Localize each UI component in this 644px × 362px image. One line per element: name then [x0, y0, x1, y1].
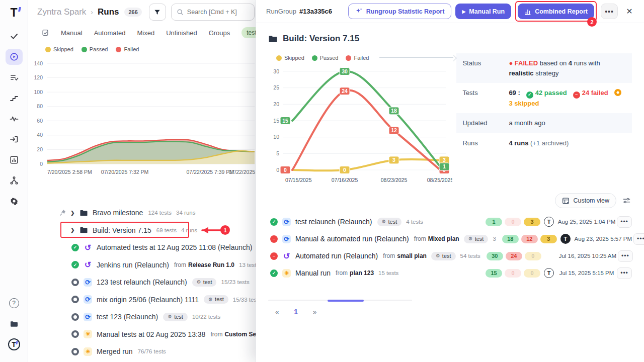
svg-text:08/25/2025: 08/25/2025	[427, 177, 452, 183]
tab-manual[interactable]: Manual	[61, 29, 83, 37]
run-row[interactable]: ✓✳Manual runfromplan 12315 tests1500TJul…	[268, 264, 632, 282]
rungroup-details-table: Status● FAILED based on 4 runs with real…	[456, 53, 632, 191]
sidebar-item-pulse[interactable]	[6, 111, 23, 127]
result-badges: 103	[484, 218, 540, 226]
passed-mini-icon: ✓	[526, 92, 533, 99]
pagination-next-icon[interactable]: »	[313, 308, 316, 316]
pin-slot	[59, 209, 70, 216]
folder-icon	[79, 226, 88, 234]
details-value: 69 :✓42 passed–24 failed3 skipped	[509, 88, 626, 108]
svg-text:20: 20	[37, 146, 43, 152]
svg-text:80: 80	[37, 103, 43, 109]
tab-mixed[interactable]: Mixed	[137, 29, 155, 37]
sidebar-item-suites[interactable]	[6, 69, 23, 85]
count-badge: 0	[505, 269, 521, 278]
legend-label: Failed	[124, 46, 139, 52]
run-title: 123 test relaunch (Relaunch)	[97, 278, 187, 286]
breadcrumb-section[interactable]: Runs	[98, 7, 119, 17]
annotation-step-badge-2: 2	[587, 17, 597, 27]
legend-failed[interactable]: Failed	[116, 46, 139, 52]
legend-passed[interactable]: Passed	[82, 46, 108, 52]
combined-report-button[interactable]: Combined Report	[518, 4, 594, 19]
more-actions-button[interactable]: •••	[601, 4, 618, 19]
legend-dot-icon	[312, 55, 317, 61]
sidebar-item-branches[interactable]	[6, 172, 23, 189]
chevron-right-icon[interactable]: ❯	[70, 210, 79, 216]
count-badge: 30	[487, 252, 503, 260]
analytics-icon	[10, 155, 19, 164]
sidebar-item-steps[interactable]	[6, 90, 23, 106]
details-row: Updateda month ago	[456, 113, 632, 133]
sidebar-item-analytics[interactable]	[6, 152, 23, 168]
sidebar-item-settings[interactable]	[6, 193, 23, 209]
tab-automated[interactable]: Automated	[94, 29, 126, 37]
details-text: strategy	[534, 69, 559, 77]
run-title: test relaunch (Relaunch)	[295, 218, 372, 226]
sidebar-item-tasks[interactable]	[6, 28, 23, 44]
details-text: runs with	[572, 59, 600, 67]
test-tag-pill: ⚙test	[204, 295, 228, 304]
sidebar-item-import[interactable]	[6, 131, 23, 147]
automated-run-icon: ↺	[282, 252, 291, 260]
annotation-highlight-box-2: Combined Report 2	[515, 1, 597, 22]
pagination-track[interactable]	[268, 300, 412, 301]
search-input[interactable]	[187, 9, 249, 16]
row-more-button[interactable]: •••	[617, 267, 632, 279]
failed-status-icon: –	[270, 252, 278, 260]
run-title: Merged run	[97, 347, 133, 355]
sidebar-item-runs[interactable]	[6, 49, 23, 65]
legend-failed[interactable]: Failed	[346, 55, 369, 61]
pagination-page-1[interactable]: 1	[294, 308, 298, 316]
filter-sliders-icon[interactable]	[622, 197, 631, 205]
tab-groups[interactable]: Groups	[209, 29, 230, 37]
svg-text:07/20/2025 7:32 PM: 07/20/2025 7:32 PM	[101, 169, 149, 175]
run-row[interactable]: –↺Automated run (Relaunch)fromsmall plan…	[268, 247, 632, 264]
legend-skipped[interactable]: Skipped	[276, 55, 304, 61]
search-box[interactable]	[171, 4, 255, 21]
steps-icon	[10, 94, 19, 103]
breadcrumb-project[interactable]: Zyntra Spark	[37, 7, 86, 17]
neutral-status-icon	[71, 279, 79, 286]
details-row: Tests69 :✓42 passed–24 failed3 skipped	[456, 83, 632, 113]
custom-view-button[interactable]: Custom view	[555, 193, 616, 208]
details-row: Status● FAILED based on 4 runs with real…	[456, 53, 632, 83]
neutral-status-icon	[71, 330, 79, 338]
run-meta: 4 runs	[181, 227, 197, 233]
pagination-thumb[interactable]	[328, 300, 364, 302]
details-text: 4	[569, 59, 572, 67]
legend-skipped[interactable]: Skipped	[45, 46, 73, 52]
chevron-right-icon[interactable]: ❯	[70, 227, 79, 233]
legend-label: Passed	[320, 55, 339, 61]
rungroup-statistic-report-button[interactable]: Rungroup Statistic Report	[348, 4, 452, 19]
sidebar-item-profile[interactable]: T	[6, 336, 23, 352]
svg-text:08/23/2025: 08/23/2025	[381, 177, 408, 183]
run-row[interactable]: ✓⟳test relaunch (Relaunch)⚙test4 tests10…	[268, 213, 632, 230]
row-more-button[interactable]: •••	[618, 250, 633, 262]
run-meta: 15 tests	[378, 270, 398, 276]
result-badges: 30240	[485, 252, 541, 260]
svg-text:3: 3	[443, 157, 446, 163]
avatar-slot: T	[540, 217, 557, 227]
row-more-button[interactable]: •••	[617, 216, 632, 228]
sidebar-item-help[interactable]: ?	[6, 295, 23, 311]
sidebar-nav	[6, 28, 23, 214]
run-meta: 124 tests	[148, 210, 172, 216]
manual-run-icon: ✳	[84, 330, 92, 338]
gear-icon: ⚙	[208, 297, 213, 302]
count-badge: 0	[505, 218, 521, 226]
failed-mini-icon: –	[573, 92, 580, 99]
legend-passed[interactable]: Passed	[312, 55, 339, 61]
row-more-button[interactable]: •••	[633, 233, 644, 245]
folder-icon	[10, 319, 19, 328]
run-row[interactable]: –⟳Manual & automated run (Relaunch)fromM…	[268, 230, 632, 247]
select-runs-icon[interactable]	[41, 29, 49, 37]
pagination-prev-icon[interactable]: «	[275, 308, 279, 316]
sidebar-item-projects[interactable]	[6, 316, 23, 332]
details-text: 42 passed	[535, 89, 567, 97]
drawer-close-icon[interactable]: ✕	[622, 4, 637, 19]
tab-unfinished[interactable]: Unfinished	[166, 29, 197, 37]
build-title-row: Build: Version 7.15	[268, 31, 632, 46]
filter-button[interactable]	[149, 4, 166, 21]
manual-run-button[interactable]: ▶ Manual Run	[455, 4, 511, 19]
rungroup-runs-list: ✓⟳test relaunch (Relaunch)⚙test4 tests10…	[268, 213, 632, 282]
